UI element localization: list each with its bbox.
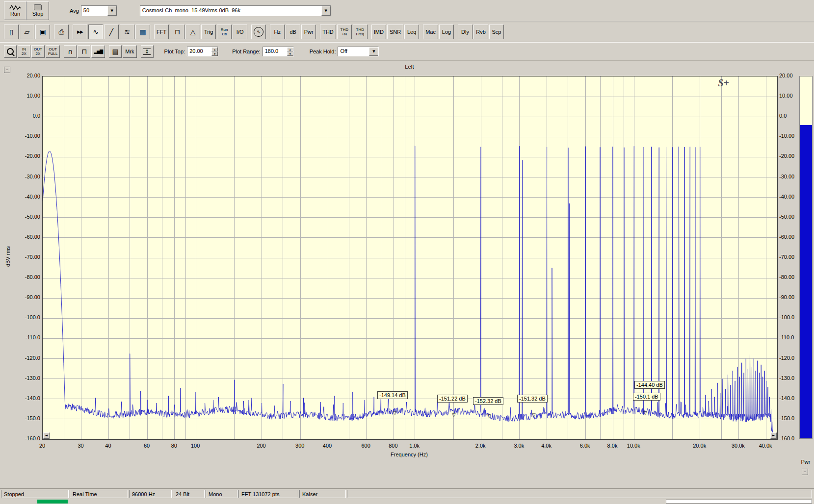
new-file-icon: ▯	[9, 28, 13, 35]
signal-generator-icon: ∿	[254, 27, 263, 37]
status-cell-0: Stopped	[1, 490, 69, 498]
db-button[interactable]: dB	[286, 25, 300, 39]
file-select[interactable]: CosmosLCh_mono_15.49Vrms-0dB_96k ▼	[140, 5, 331, 16]
io-button[interactable]: I/O	[233, 25, 247, 39]
status-cell-4: Mono	[206, 490, 237, 498]
spectrogram-view-button[interactable]: ▦	[135, 25, 150, 39]
thd-button[interactable]: THD	[320, 25, 336, 39]
trigger-button[interactable]: Trig	[201, 25, 216, 39]
plot-range-spinner[interactable]: 180.0 ▴ ▾	[263, 47, 294, 56]
plot-top-down-button[interactable]: ▾	[211, 51, 218, 56]
spectrum-plot[interactable]: S+ ◄ ► -149.14 dB▽-151.22 dB▽-152.32 dB▽…	[42, 76, 778, 440]
signal-generator-button[interactable]: ∿	[251, 25, 266, 39]
toolbar-group: ∿	[251, 25, 266, 39]
pulse-plot-button[interactable]: ⊓	[78, 45, 90, 58]
thd-freq-button[interactable]: THDFreq	[353, 25, 368, 39]
spectrum-trace-canvas[interactable]	[43, 76, 777, 439]
main-toolbar: ▯▱▣⎙▶▶∿╱≋▦FFT⊓△TrigRunCtlI/O∿HzdBPwrTHDT…	[0, 22, 814, 42]
step-plot-button[interactable]: ⊓	[170, 25, 184, 39]
multi-spectra-button[interactable]: ≋	[120, 25, 134, 39]
run-waveform-icon	[9, 4, 21, 10]
plot-scroll-right-button[interactable]: ►	[770, 432, 777, 439]
measurement-marker-label[interactable]: -152.32 dB	[473, 397, 503, 405]
level-meter-green	[37, 500, 68, 504]
file-dropdown-arrow-icon[interactable]: ▼	[321, 6, 331, 16]
new-file-button[interactable]: ▯	[4, 25, 19, 39]
stop-button[interactable]: Stop	[26, 1, 49, 20]
histogram-button[interactable]: ▂▅▇	[91, 45, 105, 58]
y-tick-label: -150.0	[13, 415, 40, 421]
marker-toggle-button[interactable]: Mrk	[123, 45, 136, 58]
measurement-marker-label[interactable]: -144.40 dB	[634, 381, 665, 389]
log-button[interactable]: Log	[439, 25, 454, 39]
zoom-button[interactable]	[4, 45, 17, 58]
mac-button[interactable]: Mac	[423, 25, 438, 39]
zoom-icon	[7, 48, 14, 55]
hz-button[interactable]: Hz	[270, 25, 285, 39]
avg-dropdown-arrow-icon[interactable]: ▼	[107, 6, 117, 16]
leq-button[interactable]: Leq	[404, 25, 419, 39]
imd-button[interactable]: IMD	[371, 25, 386, 39]
x-tick-label: 30	[66, 443, 96, 449]
toolbar-group: ⎙	[54, 25, 69, 39]
avg-select[interactable]: 50 ▼	[81, 5, 117, 16]
y-axis-title: dBV rms	[5, 237, 11, 276]
zoom-in-2x-button[interactable]: IN2X	[18, 45, 30, 58]
y-tick-label: -100.0	[13, 314, 40, 320]
pulse-plot-icon: ⊓	[81, 48, 87, 55]
cursor-readout-button[interactable]: ↕	[141, 45, 154, 58]
plot-top-spinner[interactable]: 20.00 ▴ ▾	[187, 47, 218, 56]
plot-range-down-button[interactable]: ▾	[287, 51, 293, 56]
x-tick-label: 1.0k	[400, 443, 429, 449]
scp-button[interactable]: Scp	[489, 25, 504, 39]
y-tick-label: -130.0	[13, 375, 40, 381]
dly-button[interactable]: Dly	[458, 25, 473, 39]
run-button[interactable]: Run	[4, 1, 26, 20]
snr-button[interactable]: SNR	[387, 25, 403, 39]
x-tick-label: 4.0k	[532, 443, 561, 449]
measurement-marker-label[interactable]: -151.22 dB	[437, 395, 468, 403]
zoom-out-full-button[interactable]: OUTFULL	[46, 45, 60, 58]
run-button-label: Run	[10, 11, 20, 17]
spectrum-view-button[interactable]: ∿	[88, 25, 103, 39]
zoom-out-2x-button-label: OUT	[34, 47, 42, 51]
peak-hold-value: Off	[338, 47, 369, 56]
probability-plot-button[interactable]: ∩	[64, 45, 77, 58]
measurement-marker-label[interactable]: -149.14 dB	[377, 391, 408, 399]
plot-range-up-button[interactable]: ▴	[287, 47, 293, 51]
status-cell-2: 96000 Hz	[129, 490, 172, 498]
display-config-button[interactable]: ▤	[109, 45, 122, 58]
x-tick-label: 100	[181, 443, 210, 449]
peak-hold-select[interactable]: Off ▼	[338, 47, 379, 56]
zoom-out-2x-button[interactable]: OUT2X	[31, 45, 45, 58]
collapse-plot-button[interactable]: −	[4, 67, 10, 73]
plot-top-value: 20.00	[187, 47, 211, 56]
y-tick-label: 0.0	[13, 113, 40, 119]
marker-arrow-icon: ▽	[393, 411, 397, 416]
sweep-button[interactable]: △	[185, 25, 200, 39]
x-tick-label: 300	[285, 443, 315, 449]
probability-plot-icon: ∩	[68, 48, 73, 55]
plot-scroll-left-button[interactable]: ◄	[43, 432, 50, 439]
thd-n-button[interactable]: THD+N	[337, 25, 352, 39]
plot-toolbar: IN2XOUT2XOUTFULL∩⊓▂▅▇▤Mrk↕ Plot Top: 20.…	[0, 42, 814, 61]
slope-line-button[interactable]: ╱	[104, 25, 119, 39]
toolbar-group: MacLog	[423, 25, 454, 39]
open-file-button[interactable]: ▱	[20, 25, 34, 39]
pwr-button[interactable]: Pwr	[301, 25, 316, 39]
peak-hold-dropdown-arrow-icon[interactable]: ▼	[369, 47, 378, 56]
rvb-button[interactable]: Rvb	[473, 25, 488, 39]
print-button[interactable]: ⎙	[54, 25, 69, 39]
x-axis-title: Frequency (Hz)	[380, 452, 439, 457]
save-button[interactable]: ▣	[35, 25, 50, 39]
run-control-button[interactable]: RunCtl	[217, 25, 232, 39]
run-control-button-label: Ctl	[222, 32, 227, 36]
measurement-marker-label[interactable]: -151.32 dB	[517, 395, 548, 403]
measurement-marker-label[interactable]: -150.1 dB	[633, 393, 660, 401]
collapse-meter-button[interactable]: −	[802, 469, 808, 475]
fft-button[interactable]: FFT	[154, 25, 169, 39]
plot-top-up-button[interactable]: ▴	[211, 47, 218, 51]
x-tick-label: 60	[132, 443, 161, 449]
x-tick-label: 40.0k	[751, 443, 780, 449]
fast-forward-button[interactable]: ▶▶	[73, 25, 87, 39]
